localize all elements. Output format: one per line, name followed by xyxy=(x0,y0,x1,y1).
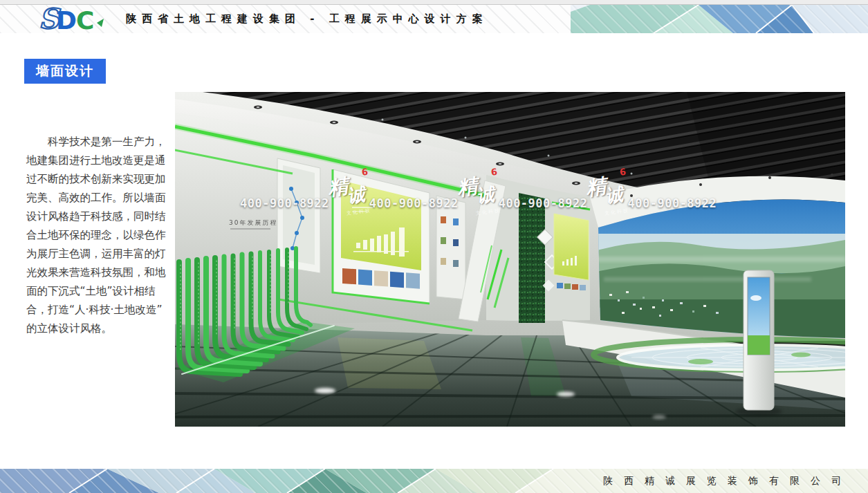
description-text: 科学技术是第一生产力，地建集团进行土地改造更是通过不断的技术创新来实现更加完美、… xyxy=(26,133,166,338)
exhibition-render-image: 30年发展历程 xyxy=(175,92,845,427)
logo-letter-c: C xyxy=(76,6,94,33)
wall-timeline-label: 30年发展历程 xyxy=(229,219,277,226)
exhibition-hall-render: 30年发展历程 xyxy=(175,92,845,427)
page-title: 陕西省土地工程建设集团 - 工程展示中心设计方案 xyxy=(126,5,488,33)
top-strip xyxy=(0,0,868,5)
footer-company-name: 陕西精诚展览装饰有限公司 xyxy=(603,475,852,487)
main-curved-screen xyxy=(590,174,845,342)
footer: 陕西精诚展览装饰有限公司 xyxy=(0,469,868,493)
header-geometric-decoration xyxy=(571,5,868,33)
logo-arrow-icon xyxy=(97,19,104,27)
company-logo: S D C xyxy=(37,6,119,33)
section-badge: 墙面设计 xyxy=(24,59,106,84)
page: S D C 陕西省土地工程建设集团 - 工程展示中心设计方案 墙面设计 科学技术… xyxy=(0,0,868,493)
logo-letter-d: D xyxy=(56,6,77,33)
header: S D C 陕西省土地工程建设集团 - 工程展示中心设计方案 xyxy=(0,5,868,33)
